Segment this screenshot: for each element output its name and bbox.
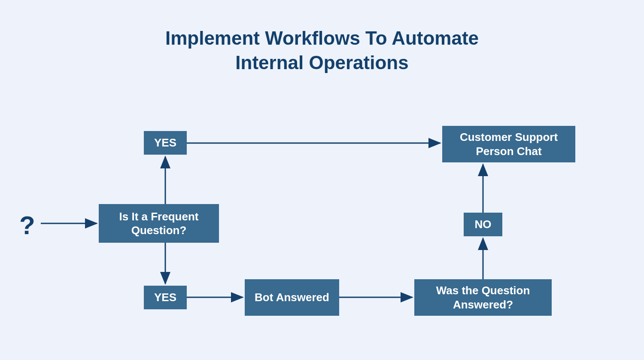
node-no: NO [464,213,502,236]
node-yes-top: YES [144,131,187,155]
node-label: Was the Question Answered? [421,284,545,311]
node-label: NO [475,217,492,232]
node-label: Is It a Frequent Question? [106,210,212,238]
node-label: Customer Support Person Chat [449,130,568,158]
node-customer-support: Customer Support Person Chat [442,126,575,162]
node-bot-answered: Bot Answered [245,279,339,316]
node-yes-bottom: YES [144,286,187,309]
node-was-answered: Was the Question Answered? [414,279,552,316]
title-line-2: Internal Operations [235,52,408,73]
node-label: Bot Answered [255,290,329,305]
node-frequent-question: Is It a Frequent Question? [99,204,219,243]
question-mark-icon: ? [19,211,35,240]
node-label: YES [154,136,176,150]
title-line-1: Implement Workflows To Automate [165,27,479,49]
diagram-title: Implement Workflows To Automate Internal… [0,26,644,75]
node-label: YES [154,290,176,305]
